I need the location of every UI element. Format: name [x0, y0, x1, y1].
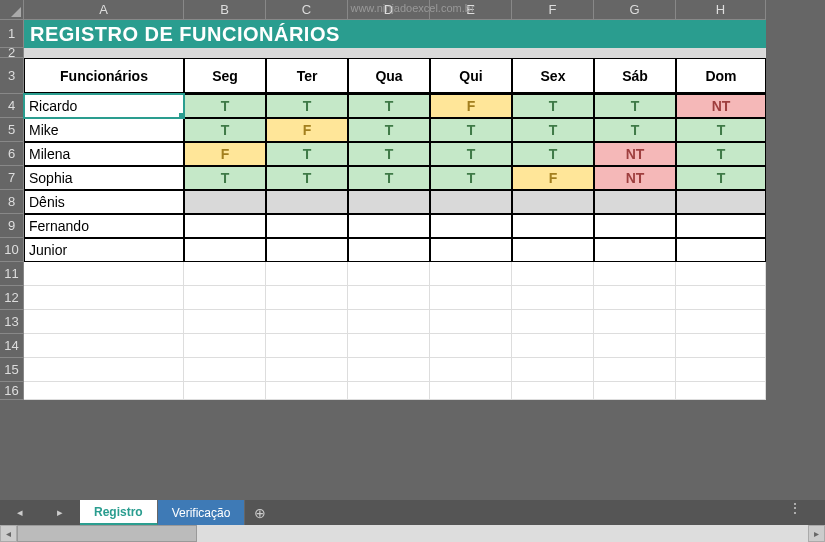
tab-options-icon[interactable]: ⋮ [785, 500, 805, 516]
attendance-cell[interactable] [512, 238, 594, 262]
attendance-cell[interactable]: NT [676, 94, 766, 118]
sheet-tab-registro[interactable]: Registro [80, 500, 158, 525]
attendance-cell[interactable]: T [594, 118, 676, 142]
empty-cell[interactable] [266, 382, 348, 400]
empty-cell[interactable] [512, 262, 594, 286]
row-header-5[interactable]: 5 [0, 118, 24, 142]
scroll-right-arrow[interactable]: ▸ [808, 525, 825, 542]
empty-cell[interactable] [594, 382, 676, 400]
row-header-11[interactable]: 11 [0, 262, 24, 286]
table-header[interactable]: Dom [676, 58, 766, 94]
attendance-cell[interactable]: T [594, 94, 676, 118]
empty-cell[interactable] [348, 310, 430, 334]
empty-cell[interactable] [430, 334, 512, 358]
attendance-cell[interactable]: T [430, 142, 512, 166]
column-header-B[interactable]: B [184, 0, 266, 20]
table-header[interactable]: Sáb [594, 58, 676, 94]
empty-cell[interactable] [24, 334, 184, 358]
empty-cell[interactable] [266, 310, 348, 334]
employee-name[interactable]: Sophia [24, 166, 184, 190]
row-header-14[interactable]: 14 [0, 334, 24, 358]
empty-cell[interactable] [24, 310, 184, 334]
row-header-15[interactable]: 15 [0, 358, 24, 382]
employee-name[interactable]: Ricardo [24, 94, 184, 118]
empty-cell[interactable] [594, 310, 676, 334]
table-header[interactable]: Funcionários [24, 58, 184, 94]
employee-name[interactable]: Milena [24, 142, 184, 166]
empty-cell[interactable] [348, 334, 430, 358]
empty-cell[interactable] [348, 262, 430, 286]
empty-cell[interactable] [24, 358, 184, 382]
empty-cell[interactable] [676, 286, 766, 310]
attendance-cell[interactable] [594, 214, 676, 238]
column-header-A[interactable]: A [24, 0, 184, 20]
attendance-cell[interactable]: F [184, 142, 266, 166]
attendance-cell[interactable]: T [266, 166, 348, 190]
empty-cell[interactable] [676, 382, 766, 400]
attendance-cell[interactable]: F [512, 166, 594, 190]
row-header-7[interactable]: 7 [0, 166, 24, 190]
empty-cell[interactable] [348, 286, 430, 310]
empty-cell[interactable] [184, 358, 266, 382]
attendance-cell[interactable] [266, 190, 348, 214]
employee-name[interactable]: Dênis [24, 190, 184, 214]
attendance-cell[interactable]: T [266, 94, 348, 118]
attendance-cell[interactable]: T [348, 94, 430, 118]
attendance-cell[interactable] [430, 190, 512, 214]
row-header-8[interactable]: 8 [0, 190, 24, 214]
sheet-tab-verificação[interactable]: Verificação [158, 500, 246, 525]
table-header[interactable]: Qua [348, 58, 430, 94]
attendance-cell[interactable]: T [266, 142, 348, 166]
attendance-cell[interactable] [594, 190, 676, 214]
attendance-cell[interactable]: T [348, 166, 430, 190]
row-header-6[interactable]: 6 [0, 142, 24, 166]
column-header-F[interactable]: F [512, 0, 594, 20]
scroll-left-arrow[interactable]: ◂ [0, 525, 17, 542]
attendance-cell[interactable]: F [430, 94, 512, 118]
table-header[interactable]: Sex [512, 58, 594, 94]
empty-cell[interactable] [184, 286, 266, 310]
select-all-corner[interactable] [0, 0, 24, 20]
attendance-cell[interactable]: T [676, 142, 766, 166]
empty-cell[interactable] [348, 382, 430, 400]
row-header-1[interactable]: 1 [0, 20, 24, 48]
employee-name[interactable]: Fernando [24, 214, 184, 238]
attendance-cell[interactable] [512, 214, 594, 238]
empty-cell[interactable] [594, 262, 676, 286]
tab-first-icon[interactable]: ◂ [17, 506, 23, 519]
empty-cell[interactable] [266, 262, 348, 286]
attendance-cell[interactable]: NT [594, 142, 676, 166]
empty-cell[interactable] [430, 286, 512, 310]
empty-cell[interactable] [184, 334, 266, 358]
attendance-cell[interactable] [512, 190, 594, 214]
attendance-cell[interactable] [676, 238, 766, 262]
employee-name[interactable]: Mike [24, 118, 184, 142]
attendance-cell[interactable]: T [184, 118, 266, 142]
empty-cell[interactable] [430, 262, 512, 286]
row-header-9[interactable]: 9 [0, 214, 24, 238]
attendance-cell[interactable] [184, 238, 266, 262]
attendance-cell[interactable]: T [676, 118, 766, 142]
empty-cell[interactable] [676, 334, 766, 358]
add-sheet-button[interactable]: ⊕ [245, 500, 275, 525]
attendance-cell[interactable] [184, 190, 266, 214]
attendance-cell[interactable]: T [348, 142, 430, 166]
empty-cell[interactable] [676, 262, 766, 286]
attendance-cell[interactable]: T [676, 166, 766, 190]
attendance-cell[interactable]: T [184, 166, 266, 190]
spreadsheet-grid[interactable]: REGISTRO DE FUNCIONÁRIOSFuncionáriosSegT… [24, 20, 766, 400]
empty-cell[interactable] [512, 286, 594, 310]
attendance-cell[interactable]: NT [594, 166, 676, 190]
empty-cell[interactable] [184, 382, 266, 400]
row-header-4[interactable]: 4 [0, 94, 24, 118]
empty-cell[interactable] [266, 334, 348, 358]
empty-cell[interactable] [676, 310, 766, 334]
attendance-cell[interactable]: T [348, 118, 430, 142]
row-header-3[interactable]: 3 [0, 58, 24, 94]
employee-name[interactable]: Junior [24, 238, 184, 262]
attendance-cell[interactable] [430, 238, 512, 262]
table-header[interactable]: Ter [266, 58, 348, 94]
row-header-12[interactable]: 12 [0, 286, 24, 310]
empty-cell[interactable] [184, 310, 266, 334]
attendance-cell[interactable] [676, 190, 766, 214]
